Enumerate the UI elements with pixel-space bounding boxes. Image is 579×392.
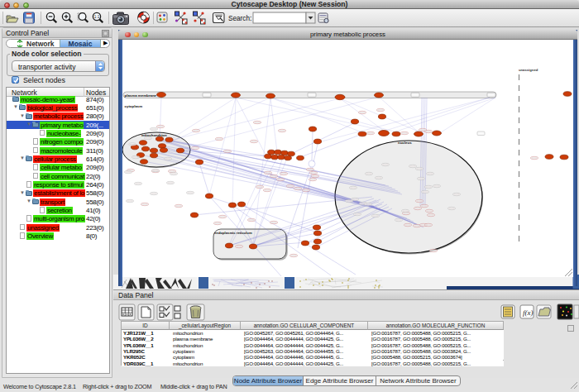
svg-text:mitochondrion: mitochondrion xyxy=(141,133,167,137)
svg-text:plasma membrane: plasma membrane xyxy=(125,93,157,98)
svg-text:1:1: 1:1 xyxy=(94,15,100,19)
svg-text:cytoplasm: cytoplasm xyxy=(125,104,143,108)
svg-text:unassigned: unassigned xyxy=(519,68,538,72)
svg-text:Search:: Search: xyxy=(228,15,251,22)
svg-text:f(x): f(x) xyxy=(523,308,534,317)
svg-text:nucleus: nucleus xyxy=(398,141,412,145)
svg-text:endoplasmic reticulum: endoplasmic reticulum xyxy=(214,231,252,235)
